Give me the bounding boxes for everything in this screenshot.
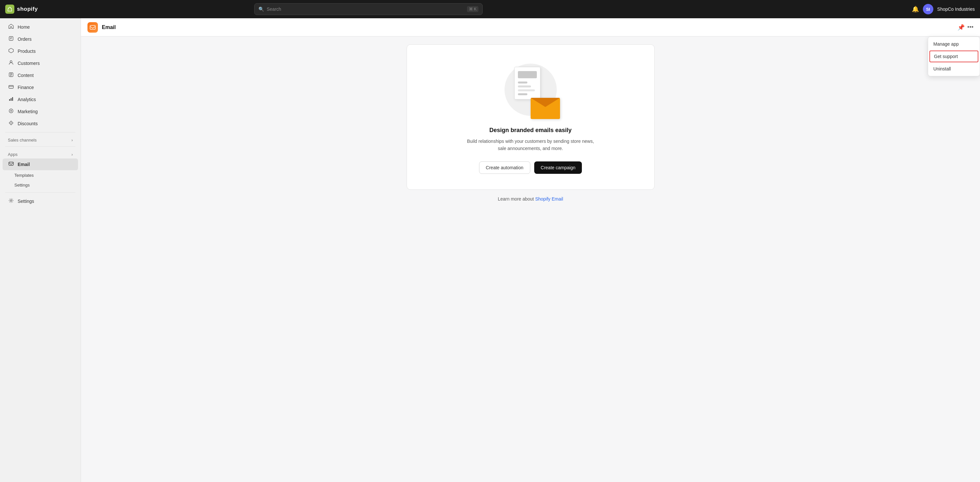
more-options-icon[interactable]: •••	[967, 24, 974, 31]
svg-rect-3	[9, 86, 13, 88]
finance-icon	[8, 84, 14, 91]
doc-line-2	[518, 86, 531, 87]
main-content: Email 📌 ••• Manage app Get support Unins…	[81, 18, 980, 482]
sidebar-finance-label: Finance	[18, 85, 34, 90]
svg-rect-6	[12, 97, 13, 101]
shopify-email-link[interactable]: Shopify Email	[535, 196, 563, 201]
sidebar-home-label: Home	[18, 24, 30, 30]
svg-rect-0	[9, 36, 13, 40]
sidebar-customers-label: Customers	[18, 61, 40, 66]
hero-description: Build relationships with your customers …	[465, 138, 596, 152]
sidebar-divider-1	[5, 132, 75, 132]
manage-app-menu-item[interactable]: Manage app	[928, 38, 980, 50]
shopify-wordmark: shopify	[17, 6, 38, 13]
illus-document	[514, 67, 541, 100]
hero-title: Design branded emails easily	[489, 127, 571, 134]
svg-rect-11	[90, 25, 95, 29]
sidebar-item-marketing[interactable]: Marketing	[3, 106, 78, 117]
sidebar-item-orders[interactable]: Orders	[3, 33, 78, 45]
chevron-right-icon-2: ›	[72, 152, 73, 157]
email-illustration	[498, 60, 563, 119]
search-bar[interactable]: 🔍 Search ⌘ K	[254, 3, 483, 15]
sidebar-email-label: Email	[18, 162, 30, 167]
topbar: shopify 🔍 Search ⌘ K 🔔 SI ShopCo Industr…	[0, 0, 980, 18]
layout: Home Orders Products Customers Content	[0, 18, 980, 482]
search-shortcut: ⌘ K	[467, 6, 479, 12]
chevron-right-icon: ›	[72, 138, 73, 143]
topbar-right: 🔔 SI ShopCo Industries	[912, 4, 975, 14]
envelope-flap	[531, 98, 560, 107]
sidebar: Home Orders Products Customers Content	[0, 18, 81, 482]
page-title: Email	[102, 24, 116, 30]
marketing-icon	[8, 108, 14, 115]
apps-label: Apps	[8, 152, 18, 157]
sidebar-item-content[interactable]: Content	[3, 70, 78, 81]
products-icon	[8, 48, 14, 54]
sidebar-item-analytics[interactable]: Analytics	[3, 94, 78, 105]
store-name: ShopCo Industries	[937, 6, 975, 12]
orders-icon	[8, 36, 14, 43]
doc-line-1	[518, 81, 527, 84]
sidebar-orders-label: Orders	[18, 36, 32, 42]
search-placeholder: Search	[267, 6, 281, 12]
shopify-bag-icon	[5, 5, 14, 14]
notification-bell-icon[interactable]: 🔔	[912, 6, 919, 13]
sidebar-settings-label: Settings	[18, 198, 34, 204]
create-automation-button[interactable]: Create automation	[479, 162, 530, 174]
sidebar-item-settings-main[interactable]: Settings	[3, 195, 78, 207]
avatar[interactable]: SI	[923, 4, 933, 14]
create-campaign-button[interactable]: Create campaign	[534, 162, 582, 174]
content-icon	[8, 72, 14, 79]
sidebar-templates-label: Templates	[14, 173, 33, 178]
doc-image	[518, 71, 537, 78]
sidebar-item-home[interactable]: Home	[3, 21, 78, 33]
doc-line-3	[518, 89, 535, 91]
svg-rect-4	[9, 99, 10, 101]
sidebar-item-email[interactable]: Email	[3, 159, 78, 170]
get-support-menu-item[interactable]: Get support	[929, 51, 978, 62]
dropdown-menu: Manage app Get support Uninstall	[928, 36, 980, 76]
sidebar-item-templates[interactable]: Templates	[3, 171, 78, 180]
sales-channels-label: Sales channels	[8, 138, 37, 143]
learn-more-text: Learn more about Shopify Email	[498, 196, 563, 201]
sidebar-divider-2	[5, 146, 75, 147]
pin-icon[interactable]: 📌	[958, 24, 965, 31]
sidebar-settings-sub-label: Settings	[14, 182, 30, 187]
sidebar-content-label: Content	[18, 73, 33, 78]
sidebar-marketing-label: Marketing	[18, 109, 38, 114]
hero-card: Design branded emails easily Build relat…	[407, 44, 655, 190]
svg-point-10	[10, 200, 12, 201]
sidebar-item-customers[interactable]: Customers	[3, 57, 78, 69]
discounts-icon	[8, 121, 14, 127]
home-icon	[8, 24, 14, 30]
search-icon: 🔍	[258, 6, 264, 12]
hero-actions: Create automation Create campaign	[479, 162, 582, 174]
sidebar-discounts-label: Discounts	[18, 121, 38, 126]
sidebar-item-settings[interactable]: Settings	[3, 180, 78, 190]
illus-envelope	[531, 98, 560, 119]
sidebar-sales-channels[interactable]: Sales channels ›	[3, 135, 78, 144]
sidebar-apps-section[interactable]: Apps ›	[3, 149, 78, 158]
content-area: Design branded emails easily Build relat…	[81, 36, 980, 209]
uninstall-menu-item[interactable]: Uninstall	[928, 63, 980, 75]
svg-point-8	[11, 123, 12, 124]
sidebar-products-label: Products	[18, 49, 36, 54]
svg-rect-5	[11, 98, 12, 101]
shopify-logo[interactable]: shopify	[5, 5, 38, 14]
sidebar-item-discounts[interactable]: Discounts	[3, 118, 78, 130]
doc-line-4	[518, 93, 527, 95]
page-header-icon	[88, 22, 98, 33]
sidebar-divider-3	[5, 192, 75, 193]
email-icon	[8, 161, 14, 168]
sidebar-item-finance[interactable]: Finance	[3, 81, 78, 93]
sidebar-item-products[interactable]: Products	[3, 45, 78, 57]
sidebar-analytics-label: Analytics	[18, 97, 36, 102]
header-actions: 📌 •••	[958, 24, 974, 31]
settings-icon	[8, 198, 14, 205]
page-header: Email 📌 ••• Manage app Get support Unins…	[81, 18, 980, 36]
customers-icon	[8, 60, 14, 67]
svg-point-1	[10, 61, 12, 63]
analytics-icon	[8, 96, 14, 103]
svg-rect-9	[9, 162, 13, 165]
